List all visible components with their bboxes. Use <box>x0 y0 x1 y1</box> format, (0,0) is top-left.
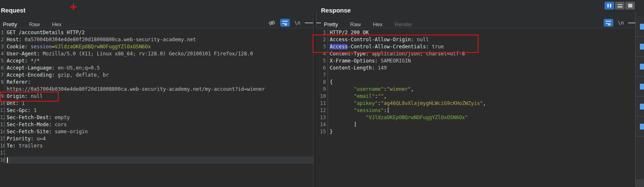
request-tabbar: PrettyRawHex <box>3 19 74 27</box>
code-line[interactable]: 10Dnt: 1 <box>0 100 313 107</box>
tab-hex[interactable]: Hex <box>373 21 382 27</box>
code-text[interactable]: Accept: */* <box>5 57 313 65</box>
line-number: 6 <box>316 65 328 72</box>
text-caret <box>7 157 8 163</box>
code-text[interactable]: Referer: <box>5 79 313 86</box>
line-number: 1 <box>0 29 5 36</box>
code-text[interactable]: HTTP/2 200 OK <box>328 29 635 36</box>
newline-chars-icon[interactable]: \n <box>294 20 300 26</box>
code-text[interactable]: Accept-Language: en-US,en;q=0.5 <box>5 65 313 72</box>
code-line[interactable]: 4Content-Type: application/json; charset… <box>316 50 635 57</box>
code-text[interactable]: "email":"", <box>328 93 635 100</box>
code-line[interactable]: 17 <box>0 150 313 157</box>
newline-chars-icon[interactable]: \n <box>618 20 624 26</box>
inspector-strip-button[interactable] <box>636 117 644 137</box>
code-line[interactable]: https://0a57004b0304e4de80f20d18008800ca… <box>0 86 313 93</box>
code-text[interactable]: Sec-Gpc: 1 <box>5 107 313 114</box>
inspector-strip-button[interactable] <box>636 37 644 57</box>
code-text[interactable]: Sec-Fetch-Dest: empty <box>5 114 313 121</box>
line-number: 15 <box>316 128 328 135</box>
code-text[interactable]: GET /accountDetails HTTP/2 <box>5 29 313 36</box>
code-line[interactable]: 3Access-Control-Allow-Credentials: true <box>316 43 635 50</box>
code-line[interactable]: 7Accept-Encoding: gzip, deflate, br <box>0 72 313 79</box>
code-text[interactable]: Content-Length: 149 <box>328 65 635 72</box>
inspector-strip-button[interactable] <box>636 57 644 77</box>
code-text[interactable]: Access-Control-Allow-Origin: null <box>328 36 635 43</box>
code-text[interactable]: "VJldzaOKEpOBQrwNOFuggYZlOxOSN6Ox" <box>328 114 635 121</box>
code-line[interactable]: 8{ <box>316 79 635 86</box>
code-line[interactable]: 8Referer: <box>0 79 313 86</box>
inspector-strip-button[interactable] <box>636 97 644 117</box>
hide-matches-icon[interactable] <box>268 20 276 26</box>
line-number: 3 <box>0 43 5 50</box>
code-line[interactable]: 3Cookie: session=VJldzaOKEpOBQrwNOFuggYZ… <box>0 43 313 50</box>
code-text[interactable]: Access-Control-Allow-Credentials: true <box>328 43 635 50</box>
tab-hex[interactable]: Hex <box>52 21 62 27</box>
line-number: 9 <box>0 93 5 100</box>
code-text[interactable]: Origin: null <box>5 93 313 100</box>
code-text[interactable] <box>5 150 313 157</box>
code-line[interactable]: 12 "sessions":[ <box>316 107 635 114</box>
code-line[interactable]: 11 "apikey":"ag46QL8vXlajmygHLWciG9cKHoZ… <box>316 100 635 107</box>
code-text[interactable]: ] <box>328 121 635 128</box>
code-line[interactable]: 10 "email":"", <box>316 93 635 100</box>
code-line[interactable]: 18 <box>0 157 313 164</box>
code-text[interactable]: { <box>328 79 635 86</box>
code-line[interactable]: 5X-Frame-Options: SAMEORIGIN <box>316 57 635 65</box>
code-line[interactable]: 15} <box>316 128 635 135</box>
code-text[interactable]: Cookie: session=VJldzaOKEpOBQrwNOFuggYZl… <box>5 43 313 50</box>
code-text[interactable]: Host: 0a57004b0304e4de80f20d18008800ca.w… <box>5 36 313 43</box>
tab-raw[interactable]: Raw <box>350 21 361 27</box>
code-text[interactable]: Sec-Fetch-Site: same-origin <box>5 128 313 135</box>
word-wrap-icon[interactable] <box>604 19 613 27</box>
request-editor[interactable]: 1GET /accountDetails HTTP/22Host: 0a5700… <box>0 28 313 187</box>
code-text[interactable]: "apikey":"ag46QL8vXlajmygHLWciG9cKHoZWZy… <box>328 100 635 107</box>
tab-raw[interactable]: Raw <box>29 21 40 27</box>
code-line[interactable]: 12Sec-Fetch-Dest: empty <box>0 114 313 121</box>
word-wrap-icon[interactable] <box>280 19 290 27</box>
line-number: 8 <box>316 79 328 86</box>
code-text[interactable]: Dnt: 1 <box>5 100 313 107</box>
code-line[interactable]: 7 <box>316 72 635 79</box>
inspector-strip-footer[interactable] <box>636 180 644 187</box>
line-number: 1 <box>316 29 328 36</box>
code-line[interactable]: 1GET /accountDetails HTTP/2 <box>0 29 313 36</box>
code-text[interactable]: "sessions":[ <box>328 107 635 114</box>
code-line[interactable]: 9Origin: null <box>0 93 313 100</box>
code-text[interactable]: Content-Type: application/json; charset=… <box>328 50 635 57</box>
code-text[interactable]: Sec-Fetch-Mode: cors <box>5 121 313 128</box>
code-line[interactable]: 6Accept-Language: en-US,en;q=0.5 <box>0 65 313 72</box>
line-number: 5 <box>316 57 328 65</box>
code-line[interactable]: 13 "VJldzaOKEpOBQrwNOFuggYZlOxOSN6Ox" <box>316 114 635 121</box>
code-line[interactable]: 6Content-Length: 149 <box>316 65 635 72</box>
inspector-strip-button[interactable] <box>636 77 644 97</box>
code-line[interactable]: 4User-Agent: Mozilla/5.0 (X11; Linux x86… <box>0 50 313 57</box>
response-editor[interactable]: 1HTTP/2 200 OK2Access-Control-Allow-Orig… <box>316 28 635 187</box>
code-line[interactable]: 15Priority: u=4 <box>0 135 313 142</box>
code-line[interactable]: 11Sec-Gpc: 1 <box>0 107 313 114</box>
code-text[interactable]: "username":"wiener", <box>328 86 635 93</box>
code-text[interactable]: Te: trailers <box>5 142 313 150</box>
code-line[interactable]: 2Access-Control-Allow-Origin: null <box>316 36 635 43</box>
code-text[interactable]: User-Agent: Mozilla/5.0 (X11; Linux x86_… <box>5 50 313 57</box>
code-text[interactable] <box>5 157 313 164</box>
code-line[interactable]: 14 ] <box>316 121 635 128</box>
code-line[interactable]: 2Host: 0a57004b0304e4de80f20d18008800ca.… <box>0 36 313 43</box>
tab-pretty[interactable]: Pretty <box>3 21 17 27</box>
inspector-panel-icon <box>640 84 644 90</box>
code-text[interactable]: X-Frame-Options: SAMEORIGIN <box>328 57 635 65</box>
code-line[interactable]: 1HTTP/2 200 OK <box>316 29 635 36</box>
code-line[interactable]: 14Sec-Fetch-Site: same-origin <box>0 128 313 135</box>
code-line[interactable]: 16Te: trailers <box>0 142 313 150</box>
tab-pretty[interactable]: Pretty <box>324 21 338 27</box>
inspector-strip-button[interactable] <box>636 17 644 37</box>
code-text[interactable]: Accept-Encoding: gzip, deflate, br <box>5 72 313 79</box>
code-text[interactable]: Priority: u=4 <box>5 135 313 142</box>
line-number: 5 <box>0 57 5 65</box>
code-line[interactable]: 5Accept: */* <box>0 57 313 65</box>
code-line[interactable]: 13Sec-Fetch-Mode: cors <box>0 121 313 128</box>
code-text[interactable]: } <box>328 128 635 135</box>
code-line[interactable]: 9 "username":"wiener", <box>316 86 635 93</box>
code-text[interactable]: https://0a57004b0304e4de80f20d18008800ca… <box>5 86 313 93</box>
code-text[interactable] <box>328 72 635 79</box>
